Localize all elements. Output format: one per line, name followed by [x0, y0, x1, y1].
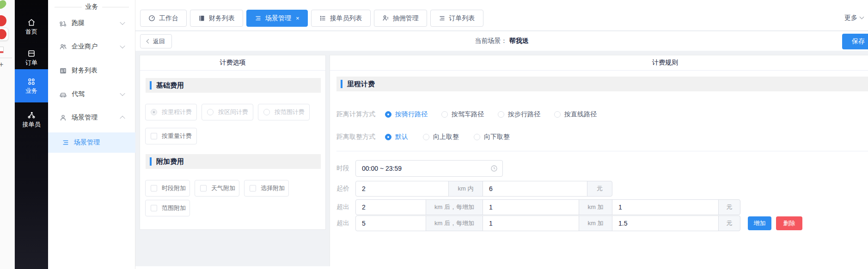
home-icon: [27, 18, 36, 27]
section-mileage-billing: 里程计费 删除: [336, 77, 868, 91]
unit-addon: 元: [587, 181, 612, 197]
accent-bar: [150, 81, 152, 90]
section-title: 基础费用: [156, 81, 184, 90]
radio-icon: [263, 109, 270, 115]
time-range-field: [355, 160, 503, 177]
radio-straight-route[interactable]: 按直线路径: [554, 110, 597, 119]
over-step-input[interactable]: [483, 199, 579, 215]
sidebar-item-home[interactable]: 首页: [15, 12, 48, 42]
main-content: 工作台 财务列表 场景管理 × 接单员列表 抽佣管理: [135, 0, 868, 269]
sidebar-item-couriers[interactable]: 接单员: [15, 104, 48, 135]
section-base-fee: 基础费用: [146, 78, 321, 93]
tab-strip: 工作台 财务列表 场景管理 × 接单员列表 抽佣管理: [135, 0, 868, 31]
radio-icon: [498, 111, 504, 118]
group-title: 业务: [86, 3, 98, 11]
car-icon: [59, 90, 67, 98]
tab-commission[interactable]: 抽佣管理: [374, 10, 427, 27]
leaf-icon: [0, 0, 7, 10]
sidebar-item-orders[interactable]: 订单: [15, 42, 48, 73]
over-distance-row: 超出 km 后，每增加 km 加 元: [336, 199, 740, 215]
time-period-row: 时段: [336, 160, 503, 177]
tab-finance-list[interactable]: 财务列表: [190, 10, 243, 27]
base-fee-input[interactable]: [483, 181, 587, 197]
over-distance-row: 超出 km 后，每增加 km 加 元 增加 删除: [336, 215, 802, 231]
finance-doc-icon: [59, 67, 67, 75]
sidebar-group-header: 业务: [48, 3, 135, 11]
chevron-down-icon: [120, 43, 125, 48]
unit-addon: 元: [718, 215, 740, 231]
radio-round-down[interactable]: 向下取整: [474, 133, 510, 141]
back-label: 返回: [153, 37, 165, 46]
radio-walking-route[interactable]: 按步行路径: [498, 110, 540, 119]
base-distance-input[interactable]: [355, 181, 449, 197]
tab-workbench[interactable]: 工作台: [140, 10, 187, 27]
tab-label: 场景管理: [265, 14, 291, 23]
menu-item-finance[interactable]: 财务列表: [48, 64, 135, 78]
radio-round-default[interactable]: 默认: [385, 133, 408, 141]
order-icon: [27, 49, 36, 58]
base-price-row: 起价 km 内 元: [336, 181, 612, 197]
person-icon: [59, 114, 67, 122]
more-label: 更多: [844, 14, 857, 22]
radio-label: 默认: [395, 133, 408, 141]
bookmark-icon[interactable]: [0, 15, 6, 26]
radio-driving-route[interactable]: 按驾车路径: [441, 110, 484, 119]
menu-item-label: 代驾: [72, 90, 85, 98]
over-distance-group: km 后，每增加 km 加 元: [355, 215, 740, 231]
unit-addon: km 后，每增加: [426, 215, 483, 231]
chevron-left-icon: [147, 39, 151, 44]
tab-label: 接单员列表: [330, 14, 362, 23]
radio-icon: [474, 134, 480, 140]
option-by-range[interactable]: 按范围计费: [258, 104, 310, 120]
radio-riding-route[interactable]: 按骑行路径: [385, 110, 428, 119]
menu-item-driving[interactable]: 代驾: [48, 87, 135, 101]
over-threshold-input[interactable]: [355, 215, 426, 231]
tab-scene-management-active[interactable]: 场景管理 ×: [246, 10, 308, 27]
over-step-input[interactable]: [483, 215, 579, 231]
sidebar-item-label: 首页: [25, 29, 37, 35]
screen: + 首页 订单 业务 接单员 业务 跑腿 企业: [0, 0, 868, 269]
add-row-button[interactable]: 增加: [748, 216, 771, 230]
menu-item-errand[interactable]: 跑腿: [48, 16, 135, 30]
chevron-down-icon: [860, 14, 864, 19]
primary-sidebar: 首页 订单 业务 接单员: [15, 0, 48, 269]
back-button[interactable]: 返回: [140, 34, 172, 48]
pdf-icon[interactable]: [0, 47, 4, 53]
time-range-input[interactable]: [355, 160, 503, 177]
option-label: 范围附加: [162, 204, 186, 212]
delete-row-button[interactable]: 删除: [776, 216, 802, 230]
option-by-interval[interactable]: 按区间计费: [202, 104, 253, 120]
submenu-item-scene-management-active[interactable]: 场景管理: [48, 132, 135, 153]
option-label: 天气附加: [211, 184, 235, 192]
over-threshold-input[interactable]: [355, 199, 426, 215]
tab-courier-list[interactable]: 接单员列表: [311, 10, 371, 27]
option-by-weight[interactable]: 按重量计费: [145, 128, 197, 144]
menu-item-scene-management[interactable]: 场景管理: [48, 111, 135, 125]
radio-round-up[interactable]: 向上取整: [423, 133, 459, 141]
option-range-extra[interactable]: 范围附加: [145, 200, 190, 216]
add-bookmark-button[interactable]: +: [0, 60, 3, 69]
sidebar-item-business[interactable]: 业务: [15, 69, 48, 102]
option-time-extra[interactable]: 时段附加: [145, 180, 190, 197]
people-icon: [59, 43, 67, 51]
chevron-down-icon: [120, 91, 125, 96]
more-dropdown[interactable]: 更多: [844, 14, 863, 22]
option-weather-extra[interactable]: 天气附加: [195, 180, 239, 197]
over-fee-input[interactable]: [612, 199, 719, 215]
option-label: 按重量计费: [162, 132, 192, 140]
checkbox-icon: [250, 185, 256, 191]
close-tab-icon[interactable]: ×: [296, 15, 300, 22]
save-button[interactable]: 保存: [842, 34, 868, 49]
option-by-mileage[interactable]: 按里程计费: [145, 104, 197, 120]
menu-item-enterprise[interactable]: 企业商户: [48, 40, 135, 54]
unit-addon: 元: [718, 199, 740, 215]
option-select-extra[interactable]: 选择附加: [244, 180, 289, 197]
radio-icon: [207, 109, 214, 115]
bottom-strip: [135, 266, 868, 269]
radio-label: 按直线路径: [564, 110, 597, 119]
over-fee-input[interactable]: [612, 215, 719, 231]
tab-order-list[interactable]: 订单列表: [430, 10, 483, 27]
chevron-up-icon: [120, 116, 125, 121]
dashboard-icon: [148, 15, 155, 22]
list-icon: [62, 139, 69, 146]
